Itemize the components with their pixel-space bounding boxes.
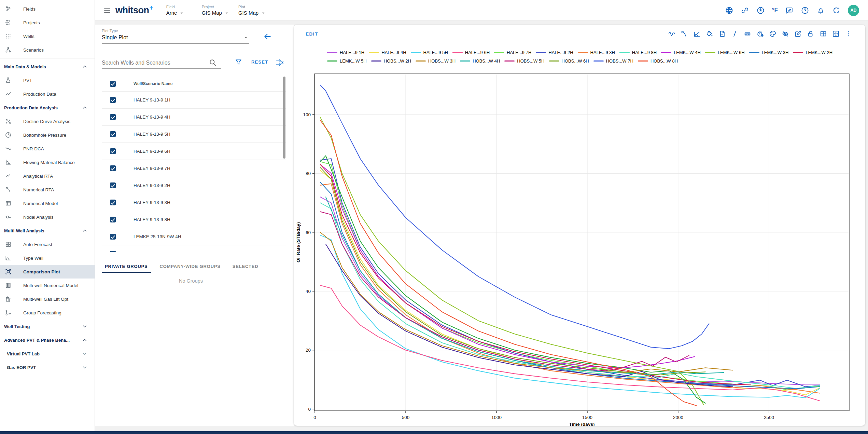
- caret-down-icon: [179, 10, 184, 16]
- menu-icon[interactable]: [103, 6, 111, 14]
- well-checkbox[interactable]: [110, 148, 116, 154]
- report-icon[interactable]: [718, 30, 726, 38]
- sidebar-subsection-virtual-pvt-lab[interactable]: Virtual PVT Lab: [0, 347, 95, 361]
- sidebar-item-fields[interactable]: Fields: [0, 2, 95, 16]
- refresh-icon[interactable]: [832, 6, 841, 15]
- svg-text:0: 0: [313, 415, 316, 420]
- palette-icon[interactable]: [769, 30, 776, 38]
- hide-series-icon[interactable]: [782, 30, 789, 38]
- tab-private-groups[interactable]: PRIVATE GROUPS: [102, 260, 151, 273]
- keyboard-icon[interactable]: [744, 30, 751, 38]
- sidebar-item-projects[interactable]: Projects: [0, 16, 95, 29]
- well-row[interactable]: HALEY 9-13-9 4H: [102, 109, 286, 126]
- sidebar-item-label: Decline Curve Analysis: [23, 119, 70, 124]
- sidebar-item-numerical-rta[interactable]: Numerical RTA: [0, 183, 95, 196]
- data-table-icon[interactable]: [820, 30, 827, 38]
- well-checkbox[interactable]: [110, 200, 116, 205]
- reset-button[interactable]: RESET: [251, 59, 268, 65]
- selector-project[interactable]: ProjectGIS Map: [202, 5, 229, 16]
- search-input[interactable]: Search Wells and Scenarios: [102, 57, 221, 69]
- sidebar-section-production-data-analysis[interactable]: Production Data Analysis: [0, 101, 95, 114]
- units-toggle[interactable]: °F: [772, 7, 778, 14]
- well-name: HALEY 9-13-9 4H: [134, 114, 170, 120]
- notifications-icon[interactable]: [816, 6, 825, 15]
- type-curve-icon[interactable]: [693, 30, 701, 38]
- list-scrollbar[interactable]: [283, 77, 285, 159]
- well-row[interactable]: HALEY 9-13-9 2H: [102, 177, 286, 194]
- edit-button[interactable]: EDIT: [306, 31, 318, 37]
- annotate-icon[interactable]: [794, 30, 802, 38]
- oil-rate-chart[interactable]: 05001000150020002500020406080100Time (da…: [294, 44, 865, 426]
- sidebar-item-wells[interactable]: Wells: [0, 29, 95, 43]
- decline-plot-icon[interactable]: [681, 30, 688, 38]
- well-checkbox[interactable]: [110, 114, 116, 120]
- sine-curve-icon[interactable]: [668, 30, 675, 38]
- sidebar-section-main-data-models[interactable]: Main Data & Models: [0, 60, 95, 73]
- chevron-up-icon: [82, 64, 88, 70]
- well-row[interactable]: LEMKE 25-13N-9W 6H: [102, 245, 286, 252]
- analytical-rta-icon: [5, 173, 12, 179]
- download-icon[interactable]: [756, 6, 765, 15]
- well-row[interactable]: HALEY 9-13-9 8H: [102, 211, 286, 228]
- well-checkbox[interactable]: [110, 234, 116, 240]
- well-checkbox[interactable]: [110, 165, 116, 171]
- help-icon[interactable]: [801, 6, 809, 15]
- well-row[interactable]: HALEY 9-13-9 1H: [102, 92, 286, 109]
- sidebar-item-comparison-plot[interactable]: Comparison Plot: [0, 265, 95, 279]
- sidebar-item-analytical-rta[interactable]: Analytical RTA: [0, 169, 95, 183]
- feedback-icon[interactable]: [785, 6, 794, 15]
- sidebar-section-multi-well-analysis[interactable]: Multi-Well Analysis: [0, 224, 95, 238]
- well-row[interactable]: HALEY 9-13-9 7H: [102, 160, 286, 177]
- collapse-panel-arrow-icon[interactable]: [263, 32, 272, 41]
- sidebar-item-production-data[interactable]: Production Data: [0, 87, 95, 101]
- well-row[interactable]: HALEY 9-13-9 3H: [102, 194, 286, 211]
- selector-plot[interactable]: PlotGIS Map: [238, 5, 266, 16]
- sidebar-item-numerical-model[interactable]: Numerical Model: [0, 196, 95, 210]
- unlock-icon[interactable]: [807, 30, 814, 38]
- sidebar-item-multi-well-gas-lift-opt[interactable]: Multi-well Gas Lift Opt: [0, 292, 95, 306]
- well-checkbox[interactable]: [110, 251, 116, 252]
- sidebar-item-bottomhole-pressure[interactable]: Bottomhole Pressure: [0, 128, 95, 142]
- well-row[interactable]: HALEY 9-13-9 6H: [102, 143, 286, 160]
- globe-icon[interactable]: [725, 6, 733, 15]
- well-checkbox[interactable]: [110, 131, 116, 137]
- link-icon[interactable]: [741, 6, 749, 15]
- search-icon[interactable]: [208, 58, 217, 67]
- well-row[interactable]: LEMKE 25-13N-9W 4H: [102, 228, 286, 245]
- more-options-icon[interactable]: [845, 30, 852, 38]
- sidebar-item-label: Bottomhole Pressure: [23, 133, 66, 138]
- avatar[interactable]: AD: [848, 5, 859, 16]
- well-row[interactable]: HALEY 9-13-9 5H: [102, 126, 286, 143]
- header-actions: °FAD: [725, 5, 859, 16]
- sidebar-item-auto-forecast[interactable]: Auto-Forecast: [0, 238, 95, 251]
- select-all-checkbox[interactable]: [110, 81, 116, 87]
- sidebar-item-group-forecasting[interactable]: Group Forecasting: [0, 306, 95, 320]
- wells-icon: [5, 33, 12, 40]
- sidebar-item-flowing-material-balance[interactable]: Flowing Material Balance: [0, 155, 95, 169]
- sidebar-item-nodal-analysis[interactable]: Nodal Analysis: [0, 210, 95, 224]
- tab-selected[interactable]: SELECTED: [229, 260, 262, 273]
- sidebar-item-pnr-dca[interactable]: PNR DCA: [0, 142, 95, 155]
- sidebar-item-scenarios[interactable]: Scenarios: [0, 43, 95, 57]
- clear-sort-icon[interactable]: [275, 58, 284, 67]
- autoscale-icon[interactable]: [832, 30, 840, 38]
- tab-company-wide-groups[interactable]: COMPANY-WIDE GROUPS: [157, 260, 224, 273]
- sidebar-item-decline-curve-analysis[interactable]: Decline Curve Analysis: [0, 114, 95, 128]
- sidebar-item-type-well[interactable]: Type Well: [0, 251, 95, 265]
- sidebar-item-multi-well-numerical-model[interactable]: Multi-well Numerical Model: [0, 279, 95, 292]
- sidebar-section-advanced-pvt-phase-beha-[interactable]: Advanced PVT & Phase Beha...: [0, 333, 95, 347]
- plot-type-select[interactable]: Plot Type Single Plot: [102, 29, 262, 44]
- comparison-plot-icon: [5, 268, 12, 275]
- well-checkbox[interactable]: [110, 97, 116, 103]
- sidebar-subsection-gas-eor-pvt[interactable]: Gas EOR PVT: [0, 361, 95, 374]
- well-checkbox[interactable]: [110, 217, 116, 222]
- slash-icon[interactable]: [731, 30, 739, 38]
- sidebar-section-well-testing[interactable]: Well Testing: [0, 320, 95, 333]
- time-settings-icon[interactable]: [756, 30, 764, 38]
- sidebar-item-pvt[interactable]: PVT: [0, 73, 95, 87]
- selector-field[interactable]: FieldArne: [166, 5, 193, 16]
- well-checkbox[interactable]: [110, 182, 116, 188]
- filter-icon[interactable]: [234, 58, 243, 67]
- caret-down-icon: [224, 10, 229, 16]
- fill-style-icon[interactable]: [706, 30, 713, 38]
